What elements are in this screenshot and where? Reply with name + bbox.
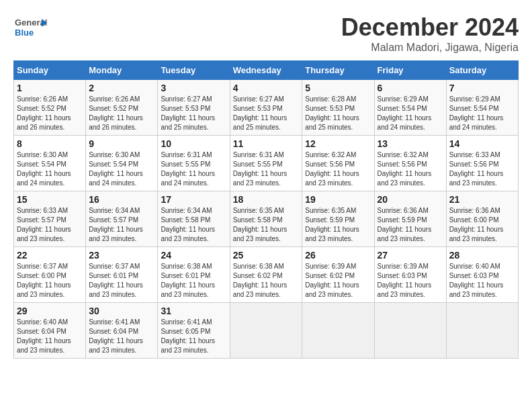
location: Malam Madori, Jigawa, Nigeria	[341, 42, 519, 54]
calendar-day-cell: 12 Sunrise: 6:32 AM Sunset: 5:56 PM Dayl…	[302, 136, 374, 191]
day-number: 1	[17, 83, 83, 93]
day-info: Sunrise: 6:29 AM Sunset: 5:54 PM Dayligh…	[378, 95, 443, 132]
day-info: Sunrise: 6:30 AM Sunset: 5:54 PM Dayligh…	[17, 150, 83, 188]
day-info: Sunrise: 6:39 AM Sunset: 6:02 PM Dayligh…	[305, 262, 371, 300]
day-info: Sunrise: 6:41 AM Sunset: 6:05 PM Dayligh…	[161, 318, 226, 355]
weekday-header: Friday	[374, 61, 446, 80]
month-title: December 2024	[341, 13, 519, 42]
weekday-header: Saturday	[446, 61, 518, 80]
calendar-day-cell	[302, 303, 374, 359]
calendar-day-cell: 24 Sunrise: 6:38 AM Sunset: 6:01 PM Dayl…	[158, 247, 230, 303]
day-info: Sunrise: 6:38 AM Sunset: 6:02 PM Dayligh…	[233, 262, 300, 300]
calendar-day-cell	[446, 303, 518, 359]
day-info: Sunrise: 6:31 AM Sunset: 5:55 PM Dayligh…	[233, 150, 300, 188]
weekday-header: Sunday	[14, 61, 86, 80]
day-info: Sunrise: 6:38 AM Sunset: 6:01 PM Dayligh…	[161, 262, 226, 300]
day-number: 24	[161, 250, 226, 261]
calendar-day-cell: 5 Sunrise: 6:28 AM Sunset: 5:53 PM Dayli…	[302, 80, 374, 136]
day-info: Sunrise: 6:41 AM Sunset: 6:04 PM Dayligh…	[89, 318, 154, 355]
day-info: Sunrise: 6:31 AM Sunset: 5:55 PM Dayligh…	[161, 150, 226, 188]
day-number: 7	[449, 83, 515, 93]
day-info: Sunrise: 6:32 AM Sunset: 5:56 PM Dayligh…	[378, 150, 443, 188]
calendar-day-cell: 26 Sunrise: 6:39 AM Sunset: 6:02 PM Dayl…	[302, 247, 374, 303]
page-header: General Blue December 2024 Malam Madori,…	[13, 13, 519, 54]
day-number: 9	[89, 138, 154, 149]
calendar-day-cell: 8 Sunrise: 6:30 AM Sunset: 5:54 PM Dayli…	[14, 136, 86, 191]
calendar-day-cell: 27 Sunrise: 6:39 AM Sunset: 6:03 PM Dayl…	[374, 247, 446, 303]
day-info: Sunrise: 6:40 AM Sunset: 6:04 PM Dayligh…	[17, 318, 83, 355]
day-number: 20	[378, 194, 443, 205]
day-number: 23	[89, 250, 154, 261]
calendar-day-cell: 23 Sunrise: 6:37 AM Sunset: 6:01 PM Dayl…	[86, 247, 158, 303]
day-info: Sunrise: 6:35 AM Sunset: 5:58 PM Dayligh…	[233, 206, 300, 244]
calendar-table: SundayMondayTuesdayWednesdayThursdayFrid…	[13, 60, 519, 359]
calendar-day-cell: 3 Sunrise: 6:27 AM Sunset: 5:53 PM Dayli…	[158, 80, 230, 136]
day-info: Sunrise: 6:37 AM Sunset: 6:01 PM Dayligh…	[89, 262, 154, 300]
day-number: 22	[17, 250, 83, 261]
day-number: 10	[161, 138, 226, 149]
day-number: 12	[305, 138, 371, 149]
calendar-week-row: 22 Sunrise: 6:37 AM Sunset: 6:00 PM Dayl…	[14, 247, 519, 303]
day-info: Sunrise: 6:34 AM Sunset: 5:58 PM Dayligh…	[161, 206, 226, 244]
day-number: 4	[233, 83, 300, 93]
day-number: 5	[305, 83, 371, 93]
calendar-day-cell: 7 Sunrise: 6:29 AM Sunset: 5:54 PM Dayli…	[446, 80, 518, 136]
day-info: Sunrise: 6:33 AM Sunset: 5:56 PM Dayligh…	[449, 150, 515, 188]
weekday-header: Tuesday	[158, 61, 230, 80]
day-number: 14	[449, 138, 515, 149]
calendar-day-cell: 19 Sunrise: 6:35 AM Sunset: 5:59 PM Dayl…	[302, 191, 374, 247]
weekday-header: Wednesday	[230, 61, 302, 80]
day-info: Sunrise: 6:30 AM Sunset: 5:54 PM Dayligh…	[89, 150, 154, 188]
day-number: 21	[449, 194, 515, 205]
day-info: Sunrise: 6:27 AM Sunset: 5:53 PM Dayligh…	[161, 95, 226, 132]
calendar-day-cell: 25 Sunrise: 6:38 AM Sunset: 6:02 PM Dayl…	[230, 247, 302, 303]
calendar-day-cell: 13 Sunrise: 6:32 AM Sunset: 5:56 PM Dayl…	[374, 136, 446, 191]
day-number: 19	[305, 194, 371, 205]
day-info: Sunrise: 6:33 AM Sunset: 5:57 PM Dayligh…	[17, 206, 83, 244]
day-number: 27	[378, 250, 443, 261]
calendar-day-cell: 4 Sunrise: 6:27 AM Sunset: 5:53 PM Dayli…	[230, 80, 302, 136]
calendar-day-cell: 11 Sunrise: 6:31 AM Sunset: 5:55 PM Dayl…	[230, 136, 302, 191]
calendar-day-cell: 9 Sunrise: 6:30 AM Sunset: 5:54 PM Dayli…	[86, 136, 158, 191]
calendar-day-cell: 30 Sunrise: 6:41 AM Sunset: 6:04 PM Dayl…	[86, 303, 158, 359]
day-number: 8	[17, 138, 83, 149]
day-number: 25	[233, 250, 300, 261]
day-info: Sunrise: 6:28 AM Sunset: 5:53 PM Dayligh…	[305, 95, 371, 132]
day-info: Sunrise: 6:36 AM Sunset: 6:00 PM Dayligh…	[449, 206, 515, 244]
day-number: 6	[378, 83, 443, 93]
calendar-day-cell: 16 Sunrise: 6:34 AM Sunset: 5:57 PM Dayl…	[86, 191, 158, 247]
day-number: 31	[161, 306, 226, 316]
day-info: Sunrise: 6:32 AM Sunset: 5:56 PM Dayligh…	[305, 150, 371, 188]
calendar-day-cell: 6 Sunrise: 6:29 AM Sunset: 5:54 PM Dayli…	[374, 80, 446, 136]
day-info: Sunrise: 6:26 AM Sunset: 5:52 PM Dayligh…	[89, 95, 154, 132]
calendar-day-cell	[230, 303, 302, 359]
svg-text:Blue: Blue	[15, 28, 34, 38]
day-number: 11	[233, 138, 300, 149]
day-info: Sunrise: 6:37 AM Sunset: 6:00 PM Dayligh…	[17, 262, 83, 300]
day-number: 18	[233, 194, 300, 205]
calendar-day-cell: 10 Sunrise: 6:31 AM Sunset: 5:55 PM Dayl…	[158, 136, 230, 191]
calendar-week-row: 15 Sunrise: 6:33 AM Sunset: 5:57 PM Dayl…	[14, 191, 519, 247]
weekday-header: Thursday	[302, 61, 374, 80]
calendar-day-cell: 31 Sunrise: 6:41 AM Sunset: 6:05 PM Dayl…	[158, 303, 230, 359]
logo: General Blue	[13, 13, 47, 40]
day-number: 17	[161, 194, 226, 205]
weekday-header: Monday	[86, 61, 158, 80]
calendar-week-row: 29 Sunrise: 6:40 AM Sunset: 6:04 PM Dayl…	[14, 303, 519, 359]
logo-icon: General Blue	[13, 13, 47, 40]
day-number: 15	[17, 194, 83, 205]
calendar-day-cell: 28 Sunrise: 6:40 AM Sunset: 6:03 PM Dayl…	[446, 247, 518, 303]
day-info: Sunrise: 6:39 AM Sunset: 6:03 PM Dayligh…	[378, 262, 443, 300]
calendar-day-cell: 1 Sunrise: 6:26 AM Sunset: 5:52 PM Dayli…	[14, 80, 86, 136]
calendar-day-cell: 2 Sunrise: 6:26 AM Sunset: 5:52 PM Dayli…	[86, 80, 158, 136]
day-number: 28	[449, 250, 515, 261]
calendar-day-cell: 29 Sunrise: 6:40 AM Sunset: 6:04 PM Dayl…	[14, 303, 86, 359]
calendar-day-cell: 22 Sunrise: 6:37 AM Sunset: 6:00 PM Dayl…	[14, 247, 86, 303]
calendar-day-cell: 20 Sunrise: 6:36 AM Sunset: 5:59 PM Dayl…	[374, 191, 446, 247]
day-number: 30	[89, 306, 154, 316]
calendar-day-cell: 18 Sunrise: 6:35 AM Sunset: 5:58 PM Dayl…	[230, 191, 302, 247]
day-info: Sunrise: 6:40 AM Sunset: 6:03 PM Dayligh…	[449, 262, 515, 300]
calendar-day-cell	[374, 303, 446, 359]
calendar-day-cell: 17 Sunrise: 6:34 AM Sunset: 5:58 PM Dayl…	[158, 191, 230, 247]
calendar-day-cell: 14 Sunrise: 6:33 AM Sunset: 5:56 PM Dayl…	[446, 136, 518, 191]
